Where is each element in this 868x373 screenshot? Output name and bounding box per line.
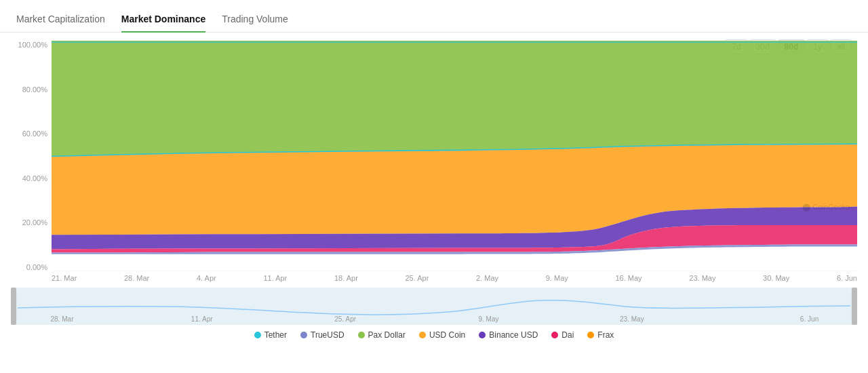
main-chart-wrapper: 100.00% 80.00% 60.00% 40.00% 20.00% 0.00… bbox=[11, 41, 857, 325]
x-label-8: 16. May bbox=[615, 274, 642, 282]
legend-label-binance-usd: Binance USD bbox=[489, 330, 538, 340]
tab-trading-volume[interactable]: Trading Volume bbox=[222, 8, 288, 33]
y-label-40: 40.00% bbox=[11, 174, 52, 182]
legend-dot-pax-dollar bbox=[358, 332, 365, 338]
legend-dot-frax bbox=[587, 332, 594, 338]
y-label-60: 60.00% bbox=[11, 130, 52, 138]
tab-market-dominance[interactable]: Market Dominance bbox=[121, 8, 205, 33]
svg-rect-9 bbox=[11, 288, 16, 325]
svg-text:⬤ CoinGecko: ⬤ CoinGecko bbox=[802, 203, 850, 212]
legend-item-frax: Frax bbox=[587, 330, 614, 340]
tab-market-cap[interactable]: Market Capitalization bbox=[16, 8, 105, 33]
x-label-10: 30. May bbox=[763, 274, 789, 282]
legend-label-trueusd: TrueUSD bbox=[311, 330, 344, 340]
mini-chart[interactable]: 28. Mar 11. Apr 25. Apr 9. May 23. May 6… bbox=[11, 288, 857, 325]
y-label-20: 20.00% bbox=[11, 218, 52, 227]
y-label-0: 0.00% bbox=[11, 263, 52, 271]
legend-label-dai: Dai bbox=[561, 330, 574, 340]
x-label-2: 4. Apr bbox=[197, 274, 216, 282]
legend-label-frax: Frax bbox=[597, 330, 614, 340]
x-label-3: 11. Apr bbox=[263, 274, 287, 282]
svg-text:25. Apr: 25. Apr bbox=[334, 315, 357, 323]
legend-item-binance-usd: Binance USD bbox=[479, 330, 538, 340]
main-chart: 100.00% 80.00% 60.00% 40.00% 20.00% 0.00… bbox=[11, 41, 857, 285]
chart-legend: Tether TrueUSD Pax Dollar USD Coin Binan… bbox=[11, 325, 857, 342]
chart-area: 7d 30d 90d 1y all 100.00% 80.00% 60.00% … bbox=[0, 33, 868, 342]
svg-text:6. Jun: 6. Jun bbox=[800, 315, 818, 323]
x-label-1: 28. Mar bbox=[124, 274, 149, 282]
svg-text:23. May: 23. May bbox=[620, 315, 644, 323]
legend-label-pax-dollar: Pax Dollar bbox=[368, 330, 406, 340]
x-label-6: 2. May bbox=[476, 274, 498, 282]
stacked-area-chart: ⬤ CoinGecko bbox=[52, 41, 857, 271]
x-label-4: 18. Apr bbox=[334, 274, 358, 282]
svg-rect-10 bbox=[852, 288, 857, 325]
x-axis: 21. Mar 28. Mar 4. Apr 11. Apr 18. Apr 2… bbox=[52, 271, 857, 285]
x-label-0: 21. Mar bbox=[52, 274, 77, 282]
legend-item-trueusd: TrueUSD bbox=[300, 330, 344, 340]
legend-dot-usd-coin bbox=[419, 332, 426, 338]
legend-item-dai: Dai bbox=[551, 330, 574, 340]
svg-text:11. Apr: 11. Apr bbox=[191, 315, 214, 323]
legend-dot-binance-usd bbox=[479, 332, 486, 338]
x-label-9: 23. May bbox=[689, 274, 715, 282]
svg-text:9. May: 9. May bbox=[478, 315, 498, 323]
legend-item-usd-coin: USD Coin bbox=[419, 330, 465, 340]
y-label-80: 80.00% bbox=[11, 85, 52, 94]
legend-label-tether: Tether bbox=[264, 330, 287, 340]
tab-bar: Market Capitalization Market Dominance T… bbox=[0, 0, 868, 33]
legend-item-pax-dollar: Pax Dollar bbox=[358, 330, 406, 340]
legend-dot-trueusd bbox=[300, 332, 307, 338]
legend-label-usd-coin: USD Coin bbox=[429, 330, 465, 340]
x-label-7: 9. May bbox=[546, 274, 568, 282]
x-label-11: 6. Jun bbox=[837, 274, 857, 282]
legend-dot-dai bbox=[551, 332, 558, 338]
y-label-100: 100.00% bbox=[11, 41, 52, 49]
legend-dot-tether bbox=[254, 332, 261, 338]
x-label-5: 25. Apr bbox=[406, 274, 429, 282]
svg-text:28. Mar: 28. Mar bbox=[50, 315, 74, 323]
legend-item-tether: Tether bbox=[254, 330, 287, 340]
y-axis: 100.00% 80.00% 60.00% 40.00% 20.00% 0.00… bbox=[11, 41, 52, 285]
